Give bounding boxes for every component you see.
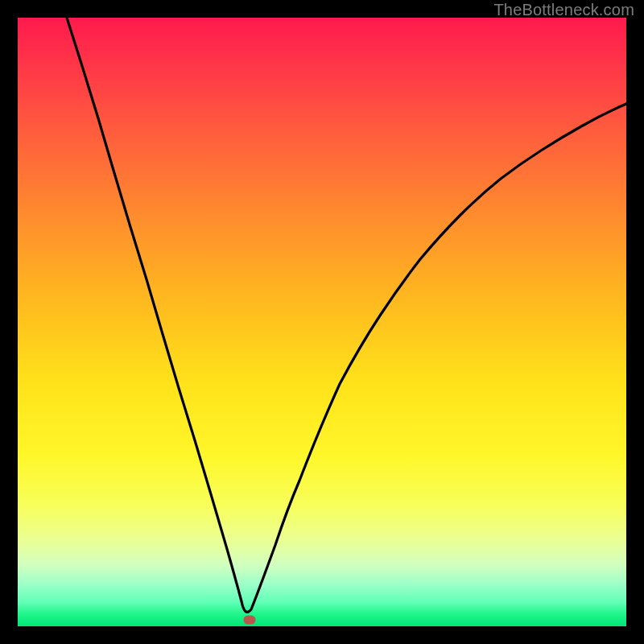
curve-svg [18,18,626,626]
chart-frame: TheBottleneck.com [0,0,644,644]
optimal-marker [244,616,256,625]
bottleneck-curve [67,18,626,612]
watermark-text: TheBottleneck.com [493,1,634,19]
plot-area [18,18,626,626]
